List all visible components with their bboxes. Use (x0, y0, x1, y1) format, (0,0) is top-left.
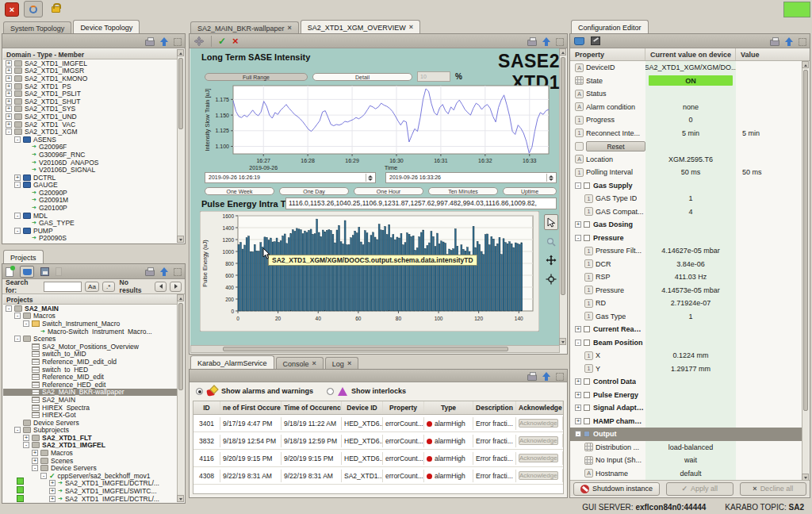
node-checkbox[interactable] (584, 405, 590, 411)
node-checkbox[interactable] (584, 182, 590, 189)
config-expander[interactable]: - (575, 235, 581, 241)
column-value[interactable]: Value (736, 48, 810, 60)
scene-hscrollbar[interactable] (190, 345, 560, 353)
pointer-tool-button[interactable] (544, 214, 558, 230)
config-row-hostname[interactable]: AHostnamedefault (570, 467, 802, 481)
crosshair-tool-button[interactable] (544, 271, 558, 287)
alarm-column-header[interactable]: Property (383, 401, 424, 414)
tree-item[interactable]: +Device Servers (3, 419, 177, 427)
config-expander[interactable]: + (575, 326, 581, 332)
detail-button[interactable]: Detail (312, 73, 412, 81)
open-configuration-icon[interactable] (574, 37, 584, 45)
print-icon[interactable] (527, 374, 537, 381)
zoom-tool-button[interactable] (544, 234, 558, 250)
tree-item[interactable]: +DCTRL (3, 174, 177, 182)
pulse-energy-field[interactable]: 1116.0,1153.26,1040.25,1106.9,1231.87,12… (285, 198, 557, 209)
alarm-column-header[interactable]: Type (424, 401, 473, 414)
tree-expander[interactable]: - (6, 305, 12, 312)
tree-expander[interactable]: + (6, 60, 12, 67)
topology-scrollbar[interactable] (177, 49, 184, 243)
match-case-button[interactable]: Aa (85, 282, 99, 292)
scroll-up-button[interactable] (559, 48, 566, 56)
config-row-pressure[interactable]: 1Pressure4.14573e-05 mbar (570, 284, 802, 297)
config-row-distribution-[interactable]: Distribution ...load-balanced (570, 441, 802, 455)
tree-item[interactable]: +Scenes (3, 457, 177, 465)
maximize-icon[interactable] (160, 36, 168, 46)
config-expander[interactable]: - (575, 339, 581, 346)
config-row-gas-type[interactable]: 1Gas Type1 (570, 310, 802, 324)
tree-item[interactable]: +HIREX-Got (3, 411, 177, 419)
node-checkbox[interactable] (584, 221, 590, 228)
tab-scene[interactable]: SA2_MAIN_BKR-wallpaper× (190, 21, 299, 34)
config-row-beam-position[interactable]: -Beam Position (570, 336, 802, 350)
tree-item[interactable]: +SA2_MAIN (3, 396, 177, 404)
print-icon[interactable] (527, 40, 537, 46)
tree-item[interactable]: +Reference_MID_edit_old (3, 358, 177, 366)
config-row-rsp[interactable]: 1RSP411.03 Hz (570, 270, 802, 284)
tree-expander[interactable]: - (23, 442, 29, 448)
tree-item[interactable]: +V20106D_SIGNAL (3, 166, 177, 174)
search-input[interactable] (44, 282, 82, 292)
maximize-icon[interactable] (785, 36, 793, 46)
print-icon[interactable] (770, 40, 779, 46)
tree-item[interactable]: +SA2_MAIN_BKR-wallpaper (3, 389, 177, 397)
pan-tool-button[interactable] (544, 252, 558, 268)
acknowledge-button[interactable]: Acknowledge (519, 436, 558, 445)
config-row-reconnect-inte-[interactable]: 1Reconnect Inte...5 min5 min (570, 127, 802, 140)
tree-expander[interactable]: - (14, 313, 21, 319)
tree-expander[interactable]: - (40, 473, 47, 479)
tree-expander[interactable]: + (6, 75, 12, 82)
column-property[interactable]: Property (570, 48, 645, 60)
tree-expander[interactable]: - (14, 182, 21, 188)
tree-expander[interactable]: + (6, 105, 12, 112)
detach-icon[interactable] (174, 268, 182, 276)
tree-item[interactable]: +G20100P (3, 204, 177, 212)
detach-icon[interactable] (174, 38, 182, 46)
tree-item[interactable]: +SA2_XTD1_KMONO (3, 75, 177, 82)
lock-button[interactable] (48, 1, 63, 17)
tree-item[interactable]: +SA2_Motor_Positions_Overview (3, 343, 177, 351)
range-button-uptime[interactable]: Uptime (503, 187, 557, 195)
config-row-alarm-condition[interactable]: AAlarm conditionnone (570, 101, 802, 114)
config-row-hamp-chambers[interactable]: +HAMP chambers (570, 415, 802, 428)
maximize-icon[interactable] (160, 267, 168, 276)
config-row-gas-supply[interactable]: -Gas Supply (570, 179, 802, 193)
datetime-start-field[interactable]: 2019-09-26 16:26:19 (205, 172, 376, 183)
tree-item[interactable]: +G20091M (3, 197, 177, 205)
tree-item[interactable]: +Reference_HED_edit (3, 381, 177, 389)
projects-scrollbar[interactable] (177, 294, 184, 502)
tab-close-icon[interactable]: × (312, 360, 316, 367)
trash-icon[interactable] (56, 267, 62, 276)
exit-button[interactable]: × (5, 2, 19, 17)
scroll-up-button[interactable] (802, 61, 809, 68)
tree-item[interactable]: -Scenes (3, 335, 177, 343)
alarm-row[interactable]: 38329/18/19 12:54 PM9/18/19 12:59 PMHED_… (193, 432, 563, 450)
tree-item[interactable]: -Switch_Instrument_Macro (3, 320, 177, 328)
config-row-no-input-sh-[interactable]: No Input (Sh...wait (570, 454, 802, 467)
tree-item[interactable]: +SA2_XTD1_SHUT (3, 98, 177, 105)
apply-scene-icon[interactable]: ✓ (218, 36, 226, 47)
tab-alarm[interactable]: Console× (276, 357, 324, 370)
column-current-value[interactable]: Current value on device (645, 48, 736, 60)
scroll-thumb[interactable] (223, 347, 508, 351)
tree-expander[interactable]: + (6, 83, 12, 90)
detach-icon[interactable] (556, 38, 564, 46)
alarm-row[interactable]: 41169/20/19 9:15 PM9/20/19 9:15 PMHED_XT… (193, 450, 563, 467)
config-expander[interactable]: + (575, 418, 581, 424)
tree-item[interactable]: -GAUGE (3, 182, 177, 190)
tree-expander[interactable]: + (6, 113, 12, 120)
acknowledge-button[interactable]: Acknowledge (519, 471, 558, 480)
scene-vscrollbar[interactable] (559, 48, 566, 345)
scroll-thumb[interactable] (561, 57, 565, 295)
config-row-progress[interactable]: 1Progress0 (570, 113, 802, 127)
maximize-icon[interactable] (542, 36, 550, 46)
tree-item[interactable]: +switch_to_HED (3, 366, 177, 374)
tree-item[interactable]: +G20096F (3, 144, 177, 152)
range-button-one-hour[interactable]: One Hour (354, 187, 423, 195)
tree-expander[interactable]: + (6, 121, 12, 128)
tab-topology[interactable]: Device Topology (73, 20, 140, 34)
node-checkbox[interactable] (584, 378, 590, 385)
tab-alarm[interactable]: Log× (325, 357, 358, 370)
tree-expander[interactable]: + (49, 480, 56, 486)
tree-item[interactable]: +SA2_XTD1_VAC (3, 121, 177, 128)
